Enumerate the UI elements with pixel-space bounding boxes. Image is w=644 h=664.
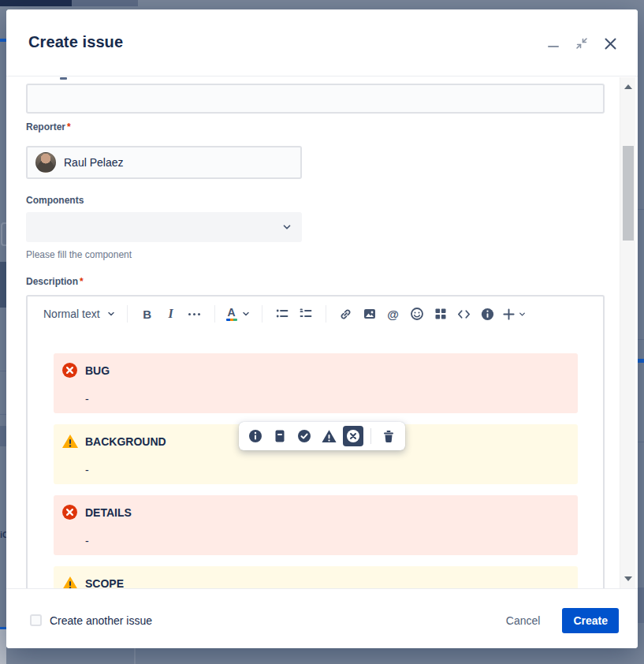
error-panel-icon bbox=[345, 428, 361, 444]
window-controls bbox=[543, 33, 620, 54]
link-icon bbox=[338, 307, 353, 322]
backdrop-light-band bbox=[0, 629, 6, 664]
avatar bbox=[35, 152, 56, 173]
chevron-down-icon bbox=[241, 309, 251, 319]
warning-icon bbox=[61, 575, 79, 588]
backdrop-button-outline bbox=[1, 222, 6, 246]
toolbar-divider bbox=[370, 428, 371, 444]
description-label: Description* bbox=[26, 276, 84, 287]
chevron-down-icon bbox=[518, 310, 527, 319]
create-another-label: Create another issue bbox=[50, 614, 152, 627]
mention-button[interactable]: @ bbox=[382, 303, 405, 325]
panel-details[interactable]: DETAILS - bbox=[54, 495, 578, 555]
backdrop-separator bbox=[638, 339, 644, 340]
backdrop-separator bbox=[0, 414, 6, 415]
insert-image-button[interactable] bbox=[358, 303, 382, 325]
components-select[interactable] bbox=[26, 212, 302, 242]
trash-icon bbox=[382, 429, 396, 444]
plus-icon bbox=[502, 308, 516, 321]
ordered-list-button[interactable] bbox=[294, 303, 318, 325]
emoji-button[interactable] bbox=[405, 303, 429, 325]
toolbar-divider bbox=[127, 305, 128, 323]
panel-title: BUG bbox=[85, 363, 568, 379]
vertical-scrollbar[interactable] bbox=[620, 77, 635, 588]
bold-button[interactable]: B bbox=[136, 303, 159, 325]
italic-button[interactable]: I bbox=[159, 303, 183, 325]
backdrop-sidebar-band bbox=[638, 588, 644, 623]
toolbar-divider bbox=[262, 305, 262, 323]
note-panel-icon bbox=[272, 428, 288, 444]
bullet-list-button[interactable] bbox=[270, 303, 294, 325]
panel-title: DETAILS bbox=[85, 505, 568, 520]
required-marker: * bbox=[80, 276, 84, 287]
table-icon bbox=[434, 307, 448, 321]
text-style-dropdown[interactable]: Normal text bbox=[40, 303, 119, 325]
editor-body[interactable]: BUG - BACKGROUND - bbox=[28, 331, 603, 588]
info-panel-option[interactable] bbox=[245, 426, 266, 446]
text-color-button[interactable]: A bbox=[223, 303, 254, 325]
chevron-down-icon bbox=[106, 309, 116, 319]
error-panel-option[interactable] bbox=[343, 426, 363, 446]
note-panel-option[interactable] bbox=[270, 426, 290, 446]
remove-panel-button[interactable] bbox=[378, 426, 399, 446]
panel-body: - bbox=[85, 391, 568, 407]
page-title: Create issue bbox=[28, 33, 123, 51]
toolbar-divider bbox=[326, 305, 326, 323]
cancel-button[interactable]: Cancel bbox=[498, 608, 549, 633]
backdrop-separator bbox=[0, 371, 6, 371]
minimize-icon bbox=[548, 46, 559, 47]
error-icon bbox=[61, 504, 78, 520]
panel-body: - bbox=[85, 462, 568, 478]
panel-bug[interactable]: BUG - bbox=[54, 353, 578, 413]
clipped-field-label bbox=[60, 77, 67, 80]
reporter-label: Reporter* bbox=[26, 121, 71, 132]
backdrop-blue-line-right bbox=[638, 359, 644, 363]
summary-input[interactable] bbox=[26, 84, 605, 114]
scroll-up-icon[interactable] bbox=[624, 84, 632, 89]
bullet-list-icon bbox=[275, 307, 289, 321]
ordered-list-icon bbox=[299, 307, 313, 321]
components-label: Components bbox=[26, 195, 84, 206]
scrollbar-thumb[interactable] bbox=[623, 146, 634, 241]
more-icon bbox=[188, 313, 200, 315]
info-panel-icon bbox=[248, 428, 263, 444]
toolbar-divider bbox=[214, 305, 215, 323]
warning-icon bbox=[61, 433, 79, 450]
exit-fullscreen-button[interactable] bbox=[571, 33, 592, 54]
code-block-button[interactable] bbox=[452, 303, 476, 325]
insert-table-button[interactable] bbox=[429, 303, 452, 325]
create-another-checkbox[interactable] bbox=[30, 614, 42, 626]
create-issue-modal: Create issue R bbox=[6, 9, 638, 648]
warning-panel-option[interactable] bbox=[318, 426, 339, 446]
modal-header: Create issue bbox=[6, 9, 638, 76]
components-helper-text: Please fill the component bbox=[26, 249, 132, 260]
backdrop-separator bbox=[638, 209, 644, 210]
required-marker: * bbox=[67, 121, 71, 132]
create-button[interactable]: Create bbox=[562, 608, 619, 633]
close-button[interactable] bbox=[600, 33, 620, 54]
link-button[interactable] bbox=[334, 303, 358, 325]
backdrop-clipped-text: iC bbox=[0, 530, 6, 539]
more-formatting-button[interactable] bbox=[183, 303, 207, 325]
modal-footer: Create another issue Cancel Create bbox=[6, 588, 638, 648]
backdrop-separator bbox=[638, 442, 644, 442]
error-icon bbox=[61, 362, 78, 379]
backdrop-sidebar-band bbox=[0, 262, 6, 308]
panel-scope[interactable]: SCOPE bbox=[54, 566, 578, 588]
panel-type-toolbar bbox=[239, 422, 405, 450]
success-panel-icon bbox=[296, 428, 312, 444]
success-panel-option[interactable] bbox=[294, 426, 315, 446]
backdrop-seam bbox=[134, 648, 136, 664]
bold-icon: B bbox=[143, 308, 151, 321]
italic-icon: I bbox=[168, 307, 173, 321]
chevron-down-icon bbox=[281, 222, 292, 233]
scroll-down-icon[interactable] bbox=[624, 576, 632, 581]
backdrop-topbar-tab bbox=[72, 0, 138, 6]
insert-more-button[interactable] bbox=[500, 303, 529, 325]
close-icon bbox=[604, 37, 617, 50]
modal-scroll-area: Reporter* Raul Pelaez Components Please … bbox=[6, 77, 638, 588]
minimize-button[interactable] bbox=[543, 33, 564, 54]
info-panel-button[interactable] bbox=[476, 303, 500, 325]
reporter-field[interactable]: Raul Pelaez bbox=[26, 146, 302, 179]
text-color-icon: A bbox=[226, 308, 237, 321]
